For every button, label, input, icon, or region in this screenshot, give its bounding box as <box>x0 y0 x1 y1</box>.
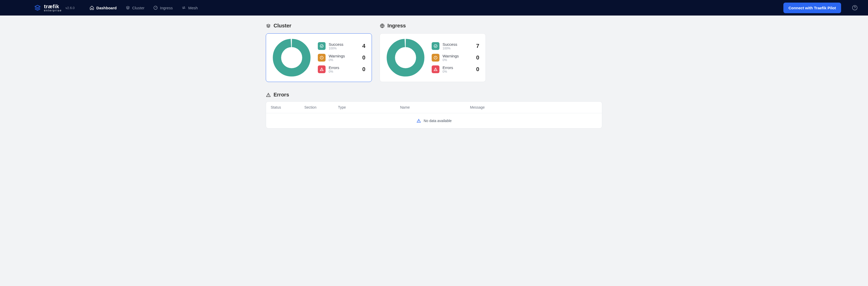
alert-triangle-icon <box>266 92 271 97</box>
ingress-warnings-row: Warnings 0% 0 <box>432 54 479 62</box>
cluster-errors-row: Errors 0% 0 <box>318 65 365 73</box>
cluster-section: Cluster Success 100% 4 <box>266 23 372 82</box>
svg-point-7 <box>321 70 322 70</box>
ingress-donut-chart <box>386 38 425 77</box>
stat-label: Success <box>442 42 471 46</box>
check-circle-icon <box>432 42 439 50</box>
ingress-success-row: Success 100% 7 <box>432 42 479 50</box>
nav-cluster-label: Cluster <box>132 6 145 10</box>
stat-label: Warnings <box>329 54 357 58</box>
col-message[interactable]: Message <box>470 105 597 109</box>
svg-point-13 <box>435 70 436 70</box>
stat-count: 4 <box>360 43 365 50</box>
nav-dashboard[interactable]: Dashboard <box>86 3 120 12</box>
brand-line-2: enterprise <box>44 9 62 12</box>
errors-section: Errors Status Section Type Name Message … <box>266 92 602 129</box>
check-circle-icon <box>318 42 326 50</box>
alert-triangle-icon <box>432 65 439 73</box>
ingress-section: Ingress Success 100% 7 <box>380 23 486 82</box>
stat-count: 0 <box>474 66 479 73</box>
stat-pct: 100% <box>329 46 357 50</box>
col-name[interactable]: Name <box>400 105 470 109</box>
stat-count: 0 <box>360 54 365 61</box>
brand-text: træfik enterprise <box>44 4 62 12</box>
home-icon <box>90 5 94 10</box>
gauge-icon <box>153 5 158 10</box>
main-content: Cluster Success 100% 4 <box>266 15 602 139</box>
alert-triangle-icon <box>318 65 326 73</box>
stat-label: Warnings <box>442 54 471 58</box>
traefik-logo-icon <box>34 4 41 12</box>
layers-icon <box>125 5 130 10</box>
errors-table: Status Section Type Name Message No data… <box>266 101 602 129</box>
svg-point-2 <box>855 9 855 9</box>
cluster-success-row: Success 100% 4 <box>318 42 365 50</box>
col-type[interactable]: Type <box>338 105 400 109</box>
alert-circle-icon <box>318 54 326 62</box>
alert-triangle-icon <box>416 119 421 123</box>
errors-title: Errors <box>274 92 289 98</box>
cluster-title: Cluster <box>274 23 291 29</box>
stat-pct: 0% <box>329 58 357 62</box>
svg-point-3 <box>277 43 306 72</box>
nav-ingress-label: Ingress <box>160 6 173 10</box>
stat-count: 0 <box>360 66 365 73</box>
main-nav: Dashboard Cluster Ingress Mesh <box>86 3 202 12</box>
stat-label: Success <box>329 42 357 46</box>
globe-icon <box>380 23 385 28</box>
stat-pct: 0% <box>442 58 471 62</box>
nav-ingress[interactable]: Ingress <box>150 3 176 12</box>
nav-cluster[interactable]: Cluster <box>122 3 148 12</box>
errors-empty-text: No data available <box>424 119 452 123</box>
cluster-donut-chart <box>272 38 311 77</box>
nav-dashboard-label: Dashboard <box>96 6 117 10</box>
connect-pilot-button[interactable]: Connect with Traefik Pilot <box>783 3 841 13</box>
brand-line-1: træfik <box>44 4 62 9</box>
stat-label: Errors <box>329 65 357 70</box>
stat-count: 7 <box>474 43 479 50</box>
col-status[interactable]: Status <box>271 105 304 109</box>
stat-label: Errors <box>442 65 471 70</box>
ingress-card[interactable]: Success 100% 7 Warnings 0% 0 <box>380 33 486 82</box>
errors-table-header: Status Section Type Name Message <box>266 102 602 113</box>
brand-logo[interactable]: træfik enterprise v2.6.0 <box>34 4 74 12</box>
nav-mesh[interactable]: Mesh <box>178 3 202 12</box>
layers-icon <box>266 23 271 28</box>
top-bar: træfik enterprise v2.6.0 Dashboard Clust… <box>0 0 868 15</box>
col-section[interactable]: Section <box>304 105 338 109</box>
ingress-errors-row: Errors 0% 0 <box>432 65 479 73</box>
ingress-title: Ingress <box>388 23 406 29</box>
cluster-warnings-row: Warnings 0% 0 <box>318 54 365 62</box>
swap-icon <box>181 5 186 10</box>
version-label: v2.6.0 <box>65 6 74 10</box>
stat-pct: 100% <box>442 46 471 50</box>
stat-pct: 0% <box>442 70 471 73</box>
cluster-card[interactable]: Success 100% 4 Warnings 0% 0 <box>266 33 372 82</box>
alert-circle-icon <box>432 54 439 62</box>
stat-count: 0 <box>474 54 479 61</box>
errors-table-empty: No data available <box>266 113 602 128</box>
help-icon[interactable] <box>852 5 858 10</box>
svg-point-9 <box>391 43 420 72</box>
stat-pct: 0% <box>329 70 357 73</box>
nav-mesh-label: Mesh <box>188 6 198 10</box>
